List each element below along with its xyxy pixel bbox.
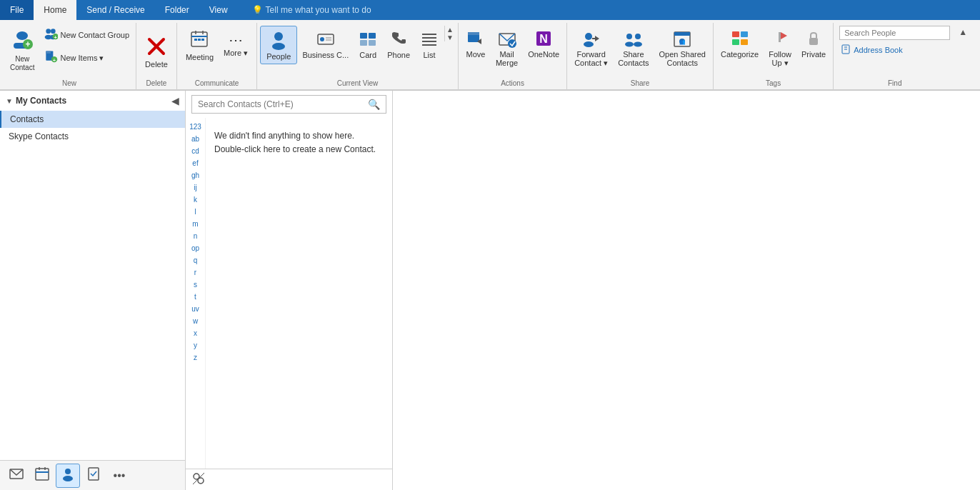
tasks-nav-button[interactable] (81, 464, 106, 488)
alpha-z[interactable]: z (194, 351, 197, 364)
business-card-button[interactable]: Business C... (298, 26, 353, 63)
svg-point-68 (65, 469, 71, 474)
ribbon: + NewContact + New Contact Group + New I… (0, 20, 980, 90)
svg-text:👥: 👥 (679, 39, 686, 45)
alpha-w[interactable]: w (193, 315, 198, 327)
sidebar: ▼ My Contacts ◀ Contacts Skype Contacts (0, 91, 186, 490)
alpha-uv[interactable]: uv (191, 303, 199, 315)
move-button[interactable]: Move (461, 26, 490, 61)
alpha-x[interactable]: x (194, 327, 197, 339)
alpha-123[interactable]: 123 (189, 121, 201, 133)
svg-rect-64 (36, 469, 49, 480)
follow-up-label: FollowUp ▾ (769, 50, 791, 68)
send-receive-tab[interactable]: Send / Receive (76, 0, 154, 20)
svg-rect-36 (422, 44, 436, 46)
forward-contact-label: ForwardContact ▾ (574, 50, 608, 68)
tasks-nav-icon (86, 466, 101, 485)
people-nav-button[interactable] (56, 464, 80, 488)
empty-contact-area[interactable]: We didn't find anything to show here. Do… (206, 118, 392, 469)
alpha-ij[interactable]: ij (194, 181, 196, 194)
alpha-ab[interactable]: ab (191, 133, 199, 145)
calendar-nav-button[interactable] (30, 464, 54, 488)
home-tab[interactable]: Home (34, 0, 76, 20)
svg-point-40 (508, 39, 516, 48)
ribbon-group-view-label: Current View (260, 78, 455, 89)
svg-marker-58 (781, 32, 787, 39)
list-view-button[interactable]: List (415, 26, 444, 63)
alpha-gh[interactable]: gh (191, 169, 199, 181)
sidebar-item-skype-contacts[interactable]: Skype Contacts (0, 128, 185, 145)
more-button[interactable]: ⋯ More ▾ (219, 26, 252, 61)
meeting-button[interactable]: Meeting (181, 26, 218, 64)
follow-up-button[interactable]: FollowUp ▾ (764, 26, 796, 71)
alpha-r[interactable]: r (194, 266, 196, 279)
svg-rect-55 (732, 39, 739, 45)
empty-message-line2: Double-click here to create a new Contac… (214, 143, 384, 156)
new-items-label: New Items ▾ (60, 54, 104, 63)
alpha-l[interactable]: l (194, 206, 196, 218)
delete-button[interactable]: Delete (141, 33, 172, 71)
search-people-input[interactable] (839, 26, 950, 40)
mail-nav-button[interactable] (4, 464, 29, 488)
alpha-ef[interactable]: ef (192, 157, 198, 169)
search-contacts-input[interactable] (192, 96, 362, 112)
my-contacts-toggle[interactable]: ▼ My Contacts (6, 96, 66, 106)
new-items-button[interactable]: + New Items ▾ (40, 47, 133, 69)
new-contact-group-button[interactable]: + New Contact Group (40, 24, 133, 46)
ribbon-group-actions: Move MailMerge N OneNote Actions (459, 23, 567, 89)
panel-toggle-button[interactable]: ◀ (171, 95, 179, 106)
my-contacts-label: My Contacts (16, 96, 66, 106)
mail-merge-button[interactable]: MailMerge (491, 26, 522, 70)
svg-point-5 (51, 29, 56, 34)
forward-contact-button[interactable]: ForwardContact ▾ (570, 26, 612, 71)
alpha-y[interactable]: y (194, 339, 197, 351)
alpha-k[interactable]: k (194, 194, 197, 206)
svg-rect-59 (809, 38, 818, 45)
alpha-op[interactable]: op (191, 242, 199, 254)
detail-panel (393, 91, 980, 490)
file-tab[interactable]: File (0, 0, 34, 20)
contact-footer (186, 469, 392, 490)
open-shared-contacts-button[interactable]: 👥 Open SharedContacts (655, 26, 710, 70)
mail-merge-label: MailMerge (496, 50, 518, 67)
delete-label: Delete (145, 60, 168, 69)
folder-tab[interactable]: Folder (155, 0, 199, 20)
scroll-up-icon[interactable]: ▲ (446, 26, 454, 34)
alpha-m[interactable]: m (192, 218, 198, 230)
scroll-down-icon[interactable]: ▼ (446, 34, 454, 41)
list-view-label: List (423, 51, 435, 59)
onenote-icon: N (534, 29, 554, 50)
ribbon-tabs: File Home Send / Receive Folder View 💡 T… (0, 0, 980, 20)
alpha-cd[interactable]: cd (191, 145, 199, 157)
collapse-triangle-icon: ▼ (6, 97, 13, 105)
alpha-s[interactable]: s (194, 279, 197, 291)
svg-point-4 (46, 29, 51, 34)
address-book-button[interactable]: Address Book (839, 43, 950, 57)
calendar-nav-icon (34, 466, 50, 485)
search-icon[interactable]: 🔍 (362, 96, 386, 113)
open-shared-contacts-label: Open SharedContacts (659, 50, 706, 67)
card-view-button[interactable]: Card (354, 26, 382, 63)
share-contacts-button[interactable]: ShareContacts (614, 26, 653, 70)
new-contact-icon: + (11, 27, 34, 54)
categorize-button[interactable]: Categorize (716, 26, 763, 61)
tell-me[interactable]: 💡 Tell me what you want to do (252, 0, 371, 20)
sidebar-item-contacts[interactable]: Contacts (0, 111, 185, 128)
private-button[interactable]: Private (797, 26, 830, 61)
ribbon-group-actions-label: Actions (461, 78, 564, 89)
onenote-button[interactable]: N OneNote (524, 26, 564, 61)
ribbon-collapse-button[interactable]: ▲ (956, 23, 967, 89)
contact-footer-icon[interactable] (191, 471, 206, 489)
ribbon-group-share-label: Share (570, 78, 710, 89)
alpha-q[interactable]: q (194, 254, 198, 266)
new-contact-button[interactable]: + NewContact (6, 24, 39, 75)
ribbon-group-find-label: Find (839, 78, 950, 89)
svg-rect-34 (422, 37, 436, 39)
view-tab[interactable]: View (199, 0, 238, 20)
more-nav-button[interactable]: ••• (107, 464, 131, 488)
bottom-nav: ••• (0, 460, 185, 490)
alpha-n[interactable]: n (194, 230, 198, 242)
phone-view-button[interactable]: Phone (383, 26, 414, 63)
people-view-button[interactable]: People (260, 26, 297, 64)
alpha-t[interactable]: t (194, 291, 196, 303)
